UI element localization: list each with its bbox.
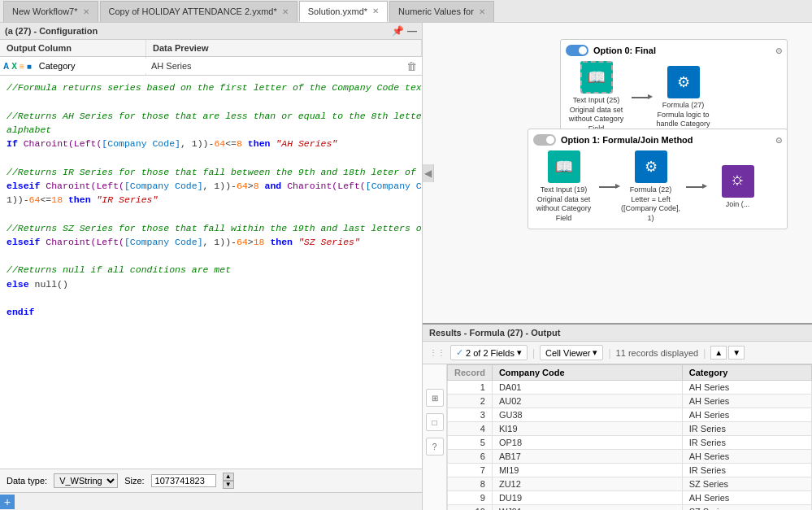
output-col-input[interactable] bbox=[34, 59, 156, 73]
right-panel: Option 0: Final ⊙ 📖 Text Input (25)Origi… bbox=[423, 23, 812, 510]
cell-company-code: ZU12 bbox=[492, 477, 682, 491]
tab-new-workflow[interactable]: New Workflow7* ✕ bbox=[3, 1, 98, 22]
help-icon[interactable]: ? bbox=[426, 438, 444, 456]
records-count: 11 records displayed bbox=[616, 348, 699, 358]
toolbar-divider2: | bbox=[608, 347, 610, 359]
canvas-collapse-arrow[interactable]: ◀ bbox=[423, 164, 434, 182]
tab-label: Solution.yxmd bbox=[308, 7, 364, 16]
table-row[interactable]: 9 DU19 AH Series bbox=[448, 491, 812, 505]
cell-record: 5 bbox=[448, 436, 493, 450]
tab-label: New Workflow7 bbox=[12, 7, 74, 16]
node-text-input-25[interactable]: 📖 Text Input (25)Original data set witho… bbox=[566, 61, 627, 134]
filter-icon[interactable]: □ bbox=[426, 413, 444, 431]
collapse-icon[interactable]: ⊙ bbox=[775, 46, 782, 55]
option0-nodes: 📖 Text Input (25)Original data set witho… bbox=[566, 61, 782, 134]
connector2 bbox=[599, 186, 615, 188]
tab-label: Copy of HOLIDAY ATTENDANCE 2.yxmd bbox=[109, 7, 274, 16]
option1-toggle[interactable] bbox=[533, 134, 556, 146]
table-row[interactable]: 3 GU38 AH Series bbox=[448, 408, 812, 422]
node-icon-text19: 📖 bbox=[548, 150, 580, 183]
col-header-category: Category bbox=[682, 365, 811, 381]
cell-company-code: AB17 bbox=[492, 450, 682, 464]
collapse-icon1[interactable]: ⊙ bbox=[775, 136, 782, 145]
left-panel: (a (27) - Configuration 📌 — Output Colum… bbox=[0, 23, 423, 510]
table-row[interactable]: 5 OP18 IR Series bbox=[448, 436, 812, 450]
fields-dropdown[interactable]: ✓ 2 of 2 Fields ▾ bbox=[450, 345, 528, 360]
minimize-icon[interactable]: — bbox=[407, 25, 417, 37]
spin-up[interactable]: ▲ bbox=[223, 473, 234, 481]
node-formula-27[interactable]: ⚙ Formula (27)Formula logic to handle Ca… bbox=[653, 66, 714, 129]
table-row[interactable]: 4 KI19 IR Series bbox=[448, 422, 812, 436]
datatype-select[interactable]: V_WString String Int32 Double bbox=[54, 473, 118, 488]
table-row[interactable]: 2 AU02 AH Series bbox=[448, 394, 812, 408]
table-row[interactable]: 7 MI19 IR Series bbox=[448, 464, 812, 477]
results-table: Record Company Code Category 1 DA01 AH S… bbox=[447, 364, 812, 510]
add-field-button[interactable]: + bbox=[0, 495, 15, 509]
field-type-icon: A bbox=[3, 62, 9, 71]
cell-category: AH Series bbox=[682, 450, 811, 464]
cell-company-code: OP18 bbox=[492, 436, 682, 450]
pin-icon[interactable]: 📌 bbox=[392, 25, 404, 37]
cell-company-code: KI19 bbox=[492, 422, 682, 436]
close-icon[interactable]: ✕ bbox=[83, 7, 89, 16]
node-label-27: Formula (27)Formula logic to handle Cate… bbox=[653, 101, 714, 129]
formula-comment2: //Returns AH Series for those that are l… bbox=[7, 109, 415, 123]
results-icons-col: ⊞ □ ? bbox=[423, 364, 447, 510]
cell-category: IR Series bbox=[682, 464, 811, 477]
formula-comment1: //Formula returns series based on the fi… bbox=[7, 81, 415, 94]
node-formula-22[interactable]: ⚙ Formula (22)Letter = Left ([Company Co… bbox=[620, 150, 681, 224]
results-body: ⊞ □ ? Record Company Code Category bbox=[423, 364, 812, 510]
node-label-22: Formula (22)Letter = Left ([Company Code… bbox=[620, 185, 681, 224]
tab-holiday[interactable]: Copy of HOLIDAY ATTENDANCE 2.yxmd* ✕ bbox=[100, 1, 297, 22]
table-row[interactable]: 10 WJ91 SZ Series bbox=[448, 505, 812, 511]
option1-nodes: 📖 Text Input (19)Original data set witho… bbox=[533, 150, 782, 224]
option0-header: Option 0: Final ⊙ bbox=[566, 45, 782, 56]
connector1 bbox=[632, 97, 648, 98]
close-icon[interactable]: ✕ bbox=[479, 7, 485, 16]
results-table-wrapper[interactable]: Record Company Code Category 1 DA01 AH S… bbox=[447, 364, 812, 510]
cell-record: 8 bbox=[448, 477, 493, 491]
close-icon[interactable]: ✕ bbox=[372, 7, 379, 15]
cell-record: 9 bbox=[448, 491, 493, 505]
cell-record: 4 bbox=[448, 422, 493, 436]
col-header-company-code: Company Code bbox=[492, 365, 682, 381]
table-row[interactable]: 1 DA01 AH Series bbox=[448, 381, 812, 394]
sort-up-button[interactable]: ▲ bbox=[710, 346, 727, 360]
size-spinner[interactable]: ▲ ▼ bbox=[223, 473, 234, 489]
preview-col: AH Series 🗑 bbox=[146, 58, 422, 75]
cell-category: IR Series bbox=[682, 422, 811, 436]
datatype-label: Data type: bbox=[7, 476, 47, 486]
spin-down[interactable]: ▼ bbox=[223, 481, 234, 489]
table-row[interactable]: 8 ZU12 SZ Series bbox=[448, 477, 812, 491]
fields-label: 2 of 2 Fields bbox=[466, 348, 515, 358]
trash-icon[interactable]: 🗑 bbox=[406, 60, 417, 72]
sort-down-button[interactable]: ▼ bbox=[728, 346, 745, 360]
close-icon[interactable]: ✕ bbox=[282, 7, 289, 16]
tab-solution[interactable]: Solution.yxmd* ✕ bbox=[299, 1, 388, 22]
cell-record: 1 bbox=[448, 381, 493, 394]
cell-company-code: WJ91 bbox=[492, 505, 682, 511]
formula-editor[interactable]: //Formula returns series based on the fi… bbox=[0, 76, 422, 469]
table-grid-icon[interactable]: ⊞ bbox=[426, 389, 444, 407]
grip-icon: ⋮⋮ bbox=[429, 348, 445, 357]
node-icon-text-input: 📖 bbox=[580, 61, 613, 94]
col-headers: Output Column Data Preview bbox=[0, 40, 422, 57]
cell-company-code: DU19 bbox=[492, 491, 682, 505]
cell-category: IR Series bbox=[682, 436, 811, 450]
cell-company-code: DA01 bbox=[492, 381, 682, 394]
node-join[interactable]: ⛭ Join (... bbox=[707, 165, 768, 210]
cell-record: 2 bbox=[448, 394, 493, 408]
viewer-dropdown[interactable]: Cell Viewer ▾ bbox=[540, 345, 603, 360]
panel-title-bar: (a (27) - Configuration 📌 — bbox=[0, 23, 422, 40]
option0-box: Option 0: Final ⊙ 📖 Text Input (25)Origi… bbox=[560, 39, 788, 140]
size-input[interactable] bbox=[151, 474, 216, 487]
tab-numeric[interactable]: Numeric Values for ✕ bbox=[389, 1, 494, 22]
results-toolbar: ⋮⋮ ✓ 2 of 2 Fields ▾ | Cell Viewer ▾ | 1… bbox=[423, 342, 812, 364]
output-col-header: Output Column bbox=[0, 40, 146, 56]
node-text-input-19[interactable]: 📖 Text Input (19)Original data set witho… bbox=[533, 150, 594, 224]
table-row[interactable]: 6 AB17 AH Series bbox=[448, 450, 812, 464]
formula-line1: If Charoint(Left([Company Code], 1))-64<… bbox=[7, 137, 415, 150]
cell-company-code: GU38 bbox=[492, 408, 682, 422]
size-label: Size: bbox=[124, 476, 144, 486]
option0-toggle[interactable] bbox=[566, 45, 588, 56]
